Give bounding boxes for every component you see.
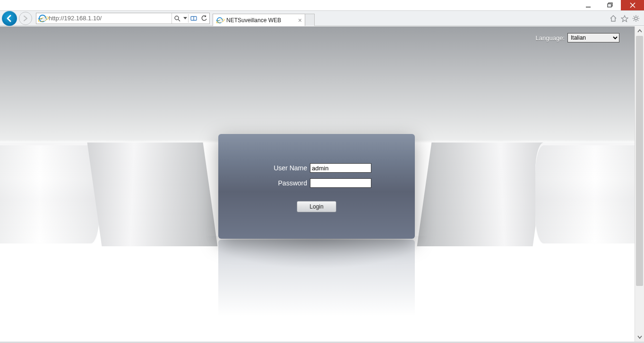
nav-forward-button[interactable] xyxy=(19,12,32,25)
svg-point-5 xyxy=(175,16,179,20)
svg-line-6 xyxy=(178,19,180,21)
svg-line-15 xyxy=(638,20,639,21)
toolbar-right xyxy=(609,14,640,23)
compatibility-view-icon[interactable] xyxy=(189,13,199,24)
restore-icon xyxy=(607,2,613,8)
language-select[interactable]: Italian xyxy=(567,33,619,42)
scrollbar-thumb[interactable] xyxy=(636,36,643,286)
tab-active[interactable]: NETSuveillance WEB × xyxy=(213,14,305,26)
scroll-up-button[interactable] xyxy=(635,26,644,36)
password-row: Password xyxy=(262,178,371,188)
window-restore-button[interactable] xyxy=(599,0,621,10)
language-label: Language: xyxy=(536,34,565,42)
minimize-icon xyxy=(585,2,591,8)
browser-viewport: Language: Italian User Name Password Log… xyxy=(0,26,644,342)
password-label: Password xyxy=(262,179,307,187)
login-shadow xyxy=(203,236,430,269)
new-tab-button[interactable] xyxy=(305,14,315,26)
username-input[interactable] xyxy=(310,163,371,173)
language-picker: Language: Italian xyxy=(536,33,619,42)
tab-title: NETSuveillance WEB xyxy=(226,17,298,24)
arrow-right-icon xyxy=(22,15,29,22)
address-input[interactable] xyxy=(49,15,172,22)
home-icon[interactable] xyxy=(609,14,618,23)
chevron-down-icon xyxy=(637,335,642,339)
login-button[interactable]: Login xyxy=(297,201,336,212)
favorites-icon[interactable] xyxy=(620,14,629,23)
svg-point-9 xyxy=(635,17,637,20)
svg-line-16 xyxy=(638,16,639,17)
ie-icon xyxy=(39,15,46,22)
search-dropdown-icon[interactable] xyxy=(182,13,188,24)
browser-toolbar: NETSuveillance WEB × xyxy=(0,10,644,26)
window-controls xyxy=(577,0,644,10)
tools-icon[interactable] xyxy=(632,14,640,23)
address-bar xyxy=(36,13,210,24)
svg-line-17 xyxy=(634,20,635,21)
vertical-scrollbar[interactable] xyxy=(635,26,644,342)
username-row: User Name xyxy=(262,163,371,173)
scroll-down-button[interactable] xyxy=(635,332,644,342)
close-icon xyxy=(630,2,635,8)
window-close-button[interactable] xyxy=(621,0,644,10)
address-tools xyxy=(172,13,209,24)
tab-strip: NETSuveillance WEB × xyxy=(213,11,315,25)
site-favicon xyxy=(38,14,47,23)
refresh-icon[interactable] xyxy=(199,13,209,24)
svg-rect-2 xyxy=(608,4,611,7)
svg-line-14 xyxy=(634,16,635,17)
login-reflection xyxy=(218,240,415,325)
arrow-left-icon xyxy=(5,14,14,23)
ie-icon xyxy=(217,17,223,23)
username-label: User Name xyxy=(262,164,307,172)
login-panel: User Name Password Login xyxy=(218,134,415,239)
page-body: Language: Italian User Name Password Log… xyxy=(0,26,635,342)
password-input[interactable] xyxy=(310,178,371,188)
tab-close-button[interactable]: × xyxy=(298,17,302,24)
search-icon[interactable] xyxy=(172,13,182,24)
nav-back-button[interactable] xyxy=(2,11,17,26)
tab-favicon xyxy=(216,17,223,24)
chevron-up-icon xyxy=(637,29,642,33)
window-minimize-button[interactable] xyxy=(577,0,599,10)
